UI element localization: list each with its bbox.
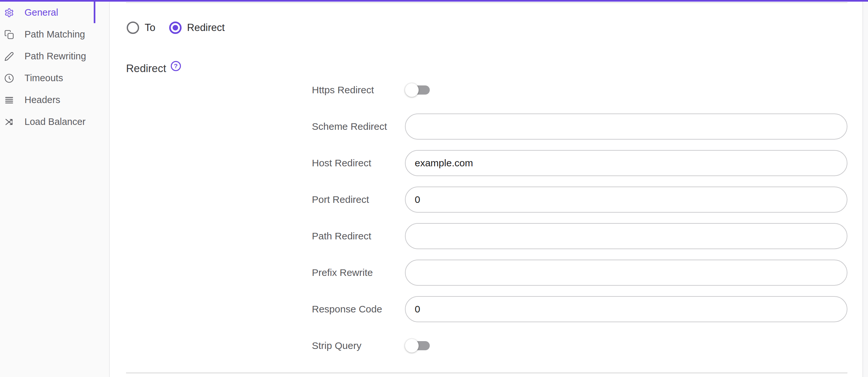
gear-icon bbox=[4, 8, 14, 18]
route-settings-page: General Path Matching Path Rewriting Tim… bbox=[0, 0, 868, 377]
field-label: Port Redirect bbox=[312, 194, 405, 205]
sidebar-item-label: Headers bbox=[25, 95, 60, 105]
rows-icon bbox=[4, 95, 14, 105]
sidebar-item-path-rewriting[interactable]: Path Rewriting bbox=[0, 45, 109, 67]
clock-icon bbox=[4, 73, 14, 83]
form-row-host-redirect: Host Redirect bbox=[312, 150, 847, 176]
response-code-input[interactable] bbox=[405, 296, 847, 322]
sidebar-item-label: Path Matching bbox=[25, 29, 85, 40]
port-redirect-input[interactable] bbox=[405, 186, 847, 213]
sidebar-item-label: Path Rewriting bbox=[25, 51, 86, 62]
copy-icon bbox=[4, 30, 14, 39]
settings-sidebar: General Path Matching Path Rewriting Tim… bbox=[0, 2, 110, 377]
field-label: Scheme Redirect bbox=[312, 121, 405, 132]
form-row-https-redirect: Https Redirect bbox=[312, 77, 847, 103]
radio-button-selected bbox=[169, 22, 182, 34]
field-label: Prefix Rewrite bbox=[312, 267, 405, 278]
shuffle-icon bbox=[4, 117, 14, 127]
field-label: Response Code bbox=[312, 304, 405, 315]
form-row-response-code: Response Code bbox=[312, 296, 847, 322]
pencil-icon bbox=[4, 52, 14, 61]
radio-option-redirect[interactable]: Redirect bbox=[169, 22, 225, 34]
field-label: Path Redirect bbox=[312, 231, 405, 242]
https-redirect-toggle[interactable] bbox=[405, 83, 430, 97]
form-row-strip-query: Strip Query bbox=[312, 333, 847, 359]
toggle-knob bbox=[405, 339, 418, 352]
redirect-mode-radio-group: To Redirect bbox=[127, 20, 225, 35]
sidebar-item-path-matching[interactable]: Path Matching bbox=[0, 24, 109, 45]
redirect-section-header: Redirect ? bbox=[126, 62, 181, 75]
radio-option-to[interactable]: To bbox=[127, 22, 155, 34]
prefix-rewrite-input[interactable] bbox=[405, 260, 847, 286]
field-label: Strip Query bbox=[312, 340, 405, 351]
sidebar-item-label: General bbox=[25, 7, 58, 18]
field-label: Https Redirect bbox=[312, 84, 405, 96]
radio-button-unselected bbox=[127, 22, 139, 34]
form-row-path-redirect: Path Redirect bbox=[312, 223, 847, 249]
sidebar-item-label: Timeouts bbox=[25, 73, 63, 83]
sidebar-item-headers[interactable]: Headers bbox=[0, 89, 109, 111]
strip-query-toggle[interactable] bbox=[405, 339, 430, 353]
scheme-redirect-input[interactable] bbox=[405, 113, 847, 140]
help-icon[interactable]: ? bbox=[171, 61, 181, 71]
section-title: Redirect bbox=[126, 62, 166, 75]
scrollbar-track[interactable] bbox=[863, 2, 868, 377]
section-divider-top bbox=[126, 2, 847, 3]
sidebar-item-timeouts[interactable]: Timeouts bbox=[0, 67, 109, 89]
form-row-scheme-redirect: Scheme Redirect bbox=[312, 113, 847, 140]
field-label: Host Redirect bbox=[312, 158, 405, 169]
sidebar-item-load-balancer[interactable]: Load Balancer bbox=[0, 111, 109, 133]
radio-label: To bbox=[145, 22, 155, 34]
top-accent-bar bbox=[0, 0, 868, 2]
radio-label: Redirect bbox=[187, 22, 225, 34]
settings-content: To Redirect Redirect ? Https Redirect bbox=[110, 2, 863, 377]
redirect-form: Https Redirect Scheme Redirect Host Redi… bbox=[110, 77, 863, 369]
section-divider-bottom bbox=[126, 372, 847, 373]
sidebar-item-label: Load Balancer bbox=[25, 116, 86, 127]
path-redirect-input[interactable] bbox=[405, 223, 847, 249]
active-item-indicator bbox=[94, 2, 95, 23]
form-row-port-redirect: Port Redirect bbox=[312, 186, 847, 213]
host-redirect-input[interactable] bbox=[405, 150, 847, 176]
toggle-knob bbox=[405, 83, 418, 97]
sidebar-item-general[interactable]: General bbox=[0, 2, 109, 24]
form-row-prefix-rewrite: Prefix Rewrite bbox=[312, 260, 847, 286]
